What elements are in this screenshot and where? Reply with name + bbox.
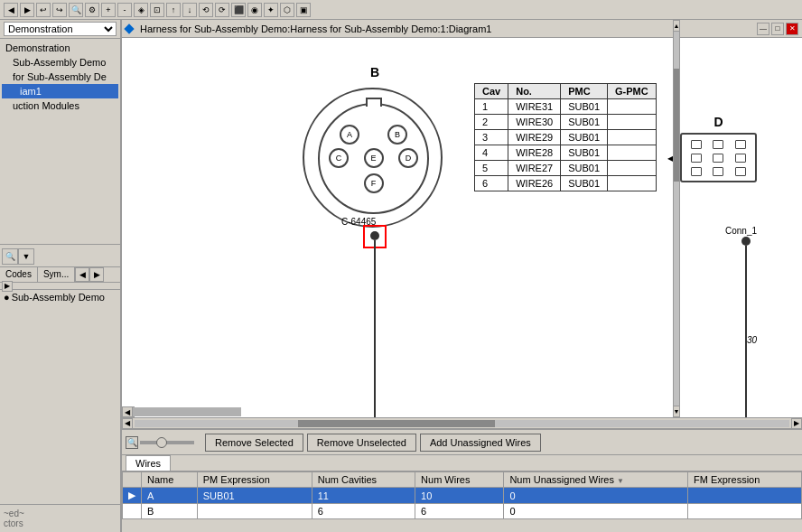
toolbar-redo[interactable]: ↪ [52, 3, 67, 17]
cell-no: WIRE31 [508, 99, 561, 115]
sidebar-dropdown[interactable]: Demonstration [0, 20, 120, 39]
toolbar-fwd[interactable]: ▶ [20, 3, 34, 17]
table-row: 6 WIRE26 SUB01 [475, 176, 657, 191]
table-header-row: Name PM Expression Num Cavities Num Wire… [123, 472, 802, 488]
diagram-area: B A B C D E [122, 38, 802, 417]
hscroll-thumb[interactable] [298, 420, 495, 427]
tab-wires[interactable]: Wires [126, 455, 171, 471]
pin-col-3 [735, 140, 746, 176]
search-icon[interactable]: 🔍 [2, 248, 18, 265]
cell-pmc: SUB01 [561, 176, 608, 191]
row-a-name: A [142, 488, 198, 504]
cell-pmc: SUB01 [561, 99, 608, 115]
cell-gpmc [608, 130, 657, 145]
zoom-slider[interactable] [140, 441, 194, 444]
table-row: 3 WIRE29 SUB01 [475, 130, 657, 145]
tree-item-subassembly2[interactable]: for Sub-Assembly De [2, 70, 118, 84]
vscroll-track [674, 32, 679, 406]
vscroll-down[interactable]: ▼ [674, 406, 679, 416]
toolbar-icon6[interactable]: ↓ [182, 3, 197, 17]
tab-sym[interactable]: Sym... [38, 267, 75, 282]
vscroll-up[interactable]: ▲ [674, 21, 679, 32]
conn-c-line [374, 240, 376, 417]
table-header-gpmc: G-PMC [608, 84, 657, 99]
rect-pin [691, 154, 702, 163]
connector-notch [366, 98, 382, 107]
toolbar-icon12[interactable]: ⬡ [280, 3, 294, 17]
nav-right[interactable]: ▶ [89, 267, 104, 282]
connector-b-label: B [370, 65, 379, 79]
maximize-button[interactable]: □ [771, 23, 784, 35]
sidebar-search-area: 🔍 ▼ [0, 247, 120, 267]
main-content: Harness for Sub-Assembly Demo:Harness fo… [122, 20, 802, 532]
rect-pin [691, 167, 702, 176]
th-num-unassigned[interactable]: Num Unassigned Wires ▼ [504, 472, 688, 488]
cell-gpmc [608, 176, 657, 191]
data-row-b[interactable]: B 6 6 0 [123, 504, 802, 519]
row-a-icon: ▶ [123, 488, 142, 504]
th-name: Name [142, 472, 198, 488]
toolbar-icon13[interactable]: ▣ [296, 3, 311, 17]
window-title: Harness for Sub-Assembly Demo:Harness fo… [140, 23, 491, 34]
minimize-button[interactable]: — [757, 23, 769, 35]
th-fm-expr: FM Expression [687, 472, 801, 488]
toolbar-icon5[interactable]: ↑ [166, 3, 181, 17]
toolbar-icon9[interactable]: ⬛ [231, 3, 246, 17]
nav-left[interactable]: ◀ [75, 267, 89, 282]
remove-unselected-button[interactable]: Remove Unselected [307, 434, 416, 452]
toolbar-icon8[interactable]: ⟳ [215, 3, 229, 17]
search-button[interactable]: 🔍 [126, 436, 138, 449]
filter-icon[interactable]: ▼ [18, 248, 34, 265]
hscroll-right[interactable]: ▶ [791, 418, 802, 429]
toolbar-icon1[interactable]: + [101, 3, 116, 17]
tree-item-subassembly1[interactable]: Sub-Assembly Demo [2, 55, 118, 70]
cell-no: WIRE27 [508, 161, 561, 176]
toolbar-zoom-in[interactable]: 🔍 [69, 3, 83, 17]
toolbar-settings[interactable]: ⚙ [85, 3, 99, 17]
scrollbar-thumb-h[interactable] [133, 407, 241, 416]
data-row-a[interactable]: ▶ A SUB01 11 10 0 [123, 488, 802, 504]
toolbar-undo[interactable]: ↩ [36, 3, 51, 17]
tree-item-diagram1[interactable]: iam1 [2, 84, 118, 98]
conn1-label: Conn_1 [725, 226, 757, 236]
row-b-num-unassigned: 0 [504, 504, 688, 519]
table-header-no: No. [508, 84, 561, 99]
hscroll-left[interactable]: ◀ [122, 418, 133, 429]
toolbar-icon4[interactable]: ⊡ [150, 3, 164, 17]
project-select[interactable]: Demonstration [4, 22, 117, 36]
toolbar-icon11[interactable]: ✦ [264, 3, 278, 17]
add-unassigned-button[interactable]: Add Unassigned Wires [420, 434, 541, 452]
close-button[interactable]: ✕ [786, 23, 798, 35]
tree-item-demonstration[interactable]: Demonstration [2, 41, 118, 55]
toolbar-back[interactable]: ◀ [4, 3, 18, 17]
pin-a: A [340, 125, 359, 145]
rect-pin [735, 154, 746, 163]
toolbar-icon3[interactable]: ◈ [134, 3, 148, 17]
cell-cav: 1 [475, 99, 508, 115]
sidebar-footer: ~ed~ ctors [0, 504, 120, 532]
sidebar-tree: Demonstration Sub-Assembly Demo for Sub-… [0, 39, 120, 242]
pin-d: D [398, 148, 418, 168]
table-header-cav: Cav [475, 84, 508, 99]
connector-b-inner: A B C D E F [318, 103, 429, 214]
toolbar-icon2[interactable]: - [117, 3, 132, 17]
pin-c: C [329, 148, 349, 168]
toolbar-icon7[interactable]: ⟲ [199, 3, 213, 17]
toolbar-icon10[interactable]: ◉ [247, 3, 262, 17]
cell-pmc: SUB01 [561, 145, 608, 161]
sidebar-node-subassembly[interactable]: ● Sub-Assembly Demo [0, 290, 120, 304]
cell-no: WIRE30 [508, 115, 561, 130]
conn-c-dot [370, 231, 379, 240]
cell-cav: 2 [475, 115, 508, 130]
vscroll-thumb[interactable] [674, 69, 679, 181]
node-label: Sub-Assembly Demo [12, 292, 105, 303]
sidebar: Demonstration Demonstration Sub-Assembly… [0, 20, 122, 532]
title-diamond-icon [124, 23, 134, 33]
remove-selected-button[interactable]: Remove Selected [205, 434, 303, 452]
cell-pmc: SUB01 [561, 161, 608, 176]
tree-item-modules[interactable]: uction Modules [2, 98, 118, 113]
row-b-name: B [142, 504, 198, 519]
table-header-pmc: PMC [561, 84, 608, 99]
scroll-left[interactable]: ◀ [122, 406, 133, 417]
table-row: 2 WIRE30 SUB01 [475, 115, 657, 130]
